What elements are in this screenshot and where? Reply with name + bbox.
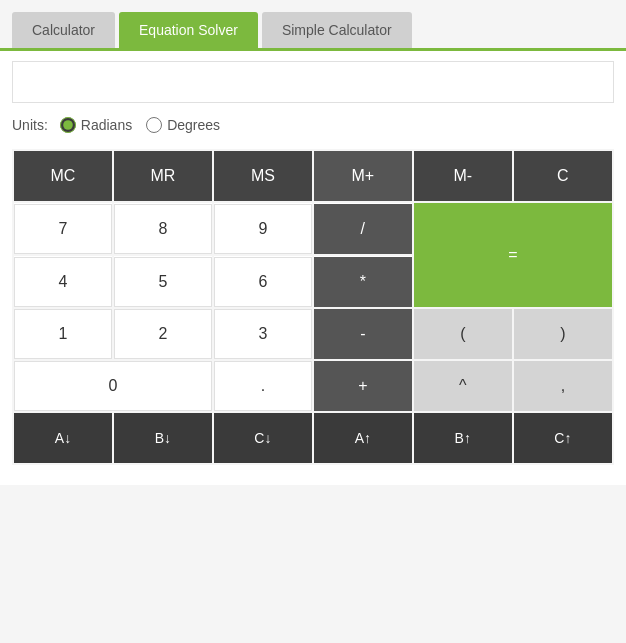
tab-equation-solver[interactable]: Equation Solver [119, 12, 258, 48]
row-0: 0 . + ^ , [13, 360, 613, 412]
btn-1[interactable]: 1 [14, 309, 112, 359]
units-row: Units: Radians Degrees [12, 117, 614, 133]
btn-4[interactable]: 4 [14, 257, 112, 307]
btn-7[interactable]: 7 [14, 204, 112, 254]
btn-c[interactable]: C [514, 151, 612, 201]
btn-minus[interactable]: - [314, 309, 412, 359]
btn-close-paren[interactable]: ) [514, 309, 612, 359]
btn-caret[interactable]: ^ [414, 361, 512, 411]
btn-equals[interactable]: = [414, 203, 612, 307]
btn-5[interactable]: 5 [114, 257, 212, 307]
units-label: Units: [12, 117, 48, 133]
btn-8[interactable]: 8 [114, 204, 212, 254]
memory-row: MC MR MS M+ M- C [13, 150, 613, 202]
btn-b-down[interactable]: B↓ [114, 413, 212, 463]
radio-degrees[interactable]: Degrees [146, 117, 220, 133]
btn-open-paren[interactable]: ( [414, 309, 512, 359]
btn-multiply[interactable]: * [314, 257, 412, 307]
btn-dot[interactable]: . [214, 361, 312, 411]
tab-bar: Calculator Equation Solver Simple Calcul… [0, 0, 626, 48]
btn-ms[interactable]: MS [214, 151, 312, 201]
btn-c-down[interactable]: C↓ [214, 413, 312, 463]
radio-radians[interactable]: Radians [60, 117, 132, 133]
display-area [12, 61, 614, 103]
btn-a-up[interactable]: A↑ [314, 413, 412, 463]
btn-mplus[interactable]: M+ [314, 151, 412, 201]
btn-9[interactable]: 9 [214, 204, 312, 254]
btn-3[interactable]: 3 [214, 309, 312, 359]
btn-mc[interactable]: MC [14, 151, 112, 201]
row-123: 1 2 3 - ( ) [13, 308, 613, 360]
btn-comma[interactable]: , [514, 361, 612, 411]
row-bottom: A↓ B↓ C↓ A↑ B↑ C↑ [13, 412, 613, 464]
btn-c-up[interactable]: C↑ [514, 413, 612, 463]
radio-group: Radians Degrees [60, 117, 220, 133]
btn-2[interactable]: 2 [114, 309, 212, 359]
btn-6[interactable]: 6 [214, 257, 312, 307]
tab-simple-calculator[interactable]: Simple Calculator [262, 12, 412, 48]
row-789: 7 8 9 / = [13, 202, 613, 255]
content-area: Units: Radians Degrees MC MR [0, 48, 626, 485]
btn-mminus[interactable]: M- [414, 151, 512, 201]
btn-0[interactable]: 0 [14, 361, 212, 411]
btn-plus[interactable]: + [314, 361, 412, 411]
btn-a-down[interactable]: A↓ [14, 413, 112, 463]
btn-divide[interactable]: / [314, 204, 412, 254]
tab-calculator[interactable]: Calculator [12, 12, 115, 48]
btn-b-up[interactable]: B↑ [414, 413, 512, 463]
calculator-grid: MC MR MS M+ M- C 7 8 9 / = 4 5 6 [12, 149, 614, 465]
btn-mr[interactable]: MR [114, 151, 212, 201]
